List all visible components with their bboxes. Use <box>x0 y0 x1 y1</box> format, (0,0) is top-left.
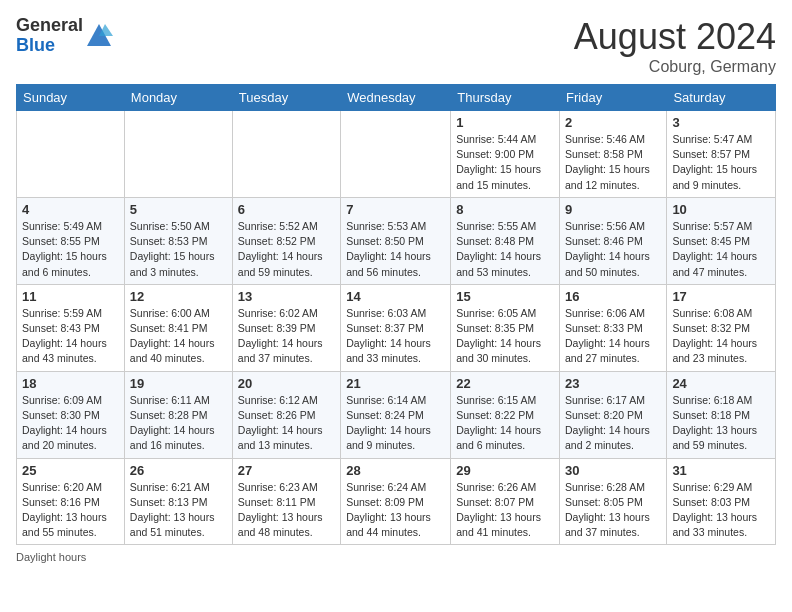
day-detail: Sunrise: 5:59 AM Sunset: 8:43 PM Dayligh… <box>22 306 119 367</box>
calendar-cell: 22Sunrise: 6:15 AM Sunset: 8:22 PM Dayli… <box>451 371 560 458</box>
calendar-cell: 31Sunrise: 6:29 AM Sunset: 8:03 PM Dayli… <box>667 458 776 545</box>
day-number: 10 <box>672 202 770 217</box>
calendar-cell: 29Sunrise: 6:26 AM Sunset: 8:07 PM Dayli… <box>451 458 560 545</box>
calendar-cell: 4Sunrise: 5:49 AM Sunset: 8:55 PM Daylig… <box>17 197 125 284</box>
day-number: 3 <box>672 115 770 130</box>
calendar-week-row: 4Sunrise: 5:49 AM Sunset: 8:55 PM Daylig… <box>17 197 776 284</box>
calendar-cell: 2Sunrise: 5:46 AM Sunset: 8:58 PM Daylig… <box>560 111 667 198</box>
day-detail: Sunrise: 5:57 AM Sunset: 8:45 PM Dayligh… <box>672 219 770 280</box>
calendar-table: SundayMondayTuesdayWednesdayThursdayFrid… <box>16 84 776 545</box>
calendar-cell <box>232 111 340 198</box>
calendar-header-row: SundayMondayTuesdayWednesdayThursdayFrid… <box>17 85 776 111</box>
calendar-cell: 11Sunrise: 5:59 AM Sunset: 8:43 PM Dayli… <box>17 284 125 371</box>
calendar-cell: 19Sunrise: 6:11 AM Sunset: 8:28 PM Dayli… <box>124 371 232 458</box>
day-number: 22 <box>456 376 554 391</box>
day-number: 23 <box>565 376 661 391</box>
day-number: 27 <box>238 463 335 478</box>
footer-note: Daylight hours <box>16 551 776 563</box>
day-number: 17 <box>672 289 770 304</box>
calendar-cell: 17Sunrise: 6:08 AM Sunset: 8:32 PM Dayli… <box>667 284 776 371</box>
day-detail: Sunrise: 6:12 AM Sunset: 8:26 PM Dayligh… <box>238 393 335 454</box>
calendar-cell: 21Sunrise: 6:14 AM Sunset: 8:24 PM Dayli… <box>341 371 451 458</box>
calendar-week-row: 11Sunrise: 5:59 AM Sunset: 8:43 PM Dayli… <box>17 284 776 371</box>
day-number: 19 <box>130 376 227 391</box>
logo-blue: Blue <box>16 35 55 55</box>
day-number: 25 <box>22 463 119 478</box>
calendar-cell: 16Sunrise: 6:06 AM Sunset: 8:33 PM Dayli… <box>560 284 667 371</box>
day-detail: Sunrise: 5:49 AM Sunset: 8:55 PM Dayligh… <box>22 219 119 280</box>
calendar-week-row: 25Sunrise: 6:20 AM Sunset: 8:16 PM Dayli… <box>17 458 776 545</box>
day-number: 5 <box>130 202 227 217</box>
day-detail: Sunrise: 6:23 AM Sunset: 8:11 PM Dayligh… <box>238 480 335 541</box>
calendar-cell: 15Sunrise: 6:05 AM Sunset: 8:35 PM Dayli… <box>451 284 560 371</box>
day-detail: Sunrise: 6:08 AM Sunset: 8:32 PM Dayligh… <box>672 306 770 367</box>
day-detail: Sunrise: 5:53 AM Sunset: 8:50 PM Dayligh… <box>346 219 445 280</box>
day-detail: Sunrise: 5:55 AM Sunset: 8:48 PM Dayligh… <box>456 219 554 280</box>
day-detail: Sunrise: 6:20 AM Sunset: 8:16 PM Dayligh… <box>22 480 119 541</box>
calendar-cell: 1Sunrise: 5:44 AM Sunset: 9:00 PM Daylig… <box>451 111 560 198</box>
day-detail: Sunrise: 6:05 AM Sunset: 8:35 PM Dayligh… <box>456 306 554 367</box>
day-detail: Sunrise: 5:52 AM Sunset: 8:52 PM Dayligh… <box>238 219 335 280</box>
calendar-cell: 10Sunrise: 5:57 AM Sunset: 8:45 PM Dayli… <box>667 197 776 284</box>
day-detail: Sunrise: 5:46 AM Sunset: 8:58 PM Dayligh… <box>565 132 661 193</box>
day-of-week-header: Sunday <box>17 85 125 111</box>
calendar-cell: 8Sunrise: 5:55 AM Sunset: 8:48 PM Daylig… <box>451 197 560 284</box>
day-detail: Sunrise: 6:15 AM Sunset: 8:22 PM Dayligh… <box>456 393 554 454</box>
day-of-week-header: Tuesday <box>232 85 340 111</box>
month-title: August 2024 <box>574 16 776 58</box>
day-detail: Sunrise: 6:02 AM Sunset: 8:39 PM Dayligh… <box>238 306 335 367</box>
day-number: 21 <box>346 376 445 391</box>
day-number: 1 <box>456 115 554 130</box>
location-subtitle: Coburg, Germany <box>574 58 776 76</box>
title-block: August 2024 Coburg, Germany <box>574 16 776 76</box>
day-of-week-header: Saturday <box>667 85 776 111</box>
calendar-cell: 28Sunrise: 6:24 AM Sunset: 8:09 PM Dayli… <box>341 458 451 545</box>
day-detail: Sunrise: 6:26 AM Sunset: 8:07 PM Dayligh… <box>456 480 554 541</box>
calendar-cell: 3Sunrise: 5:47 AM Sunset: 8:57 PM Daylig… <box>667 111 776 198</box>
logo-general: General <box>16 15 83 35</box>
day-detail: Sunrise: 5:44 AM Sunset: 9:00 PM Dayligh… <box>456 132 554 193</box>
day-of-week-header: Friday <box>560 85 667 111</box>
day-of-week-header: Monday <box>124 85 232 111</box>
calendar-cell: 5Sunrise: 5:50 AM Sunset: 8:53 PM Daylig… <box>124 197 232 284</box>
day-detail: Sunrise: 6:11 AM Sunset: 8:28 PM Dayligh… <box>130 393 227 454</box>
day-number: 14 <box>346 289 445 304</box>
day-number: 26 <box>130 463 227 478</box>
day-number: 16 <box>565 289 661 304</box>
logo: General Blue <box>16 16 113 56</box>
day-number: 8 <box>456 202 554 217</box>
day-detail: Sunrise: 5:47 AM Sunset: 8:57 PM Dayligh… <box>672 132 770 193</box>
calendar-cell: 9Sunrise: 5:56 AM Sunset: 8:46 PM Daylig… <box>560 197 667 284</box>
day-number: 20 <box>238 376 335 391</box>
day-number: 4 <box>22 202 119 217</box>
calendar-cell: 7Sunrise: 5:53 AM Sunset: 8:50 PM Daylig… <box>341 197 451 284</box>
calendar-cell: 30Sunrise: 6:28 AM Sunset: 8:05 PM Dayli… <box>560 458 667 545</box>
day-detail: Sunrise: 6:06 AM Sunset: 8:33 PM Dayligh… <box>565 306 661 367</box>
day-number: 7 <box>346 202 445 217</box>
day-number: 18 <box>22 376 119 391</box>
day-number: 30 <box>565 463 661 478</box>
day-of-week-header: Wednesday <box>341 85 451 111</box>
day-number: 2 <box>565 115 661 130</box>
day-number: 15 <box>456 289 554 304</box>
calendar-cell: 12Sunrise: 6:00 AM Sunset: 8:41 PM Dayli… <box>124 284 232 371</box>
day-detail: Sunrise: 6:14 AM Sunset: 8:24 PM Dayligh… <box>346 393 445 454</box>
day-detail: Sunrise: 6:17 AM Sunset: 8:20 PM Dayligh… <box>565 393 661 454</box>
day-number: 31 <box>672 463 770 478</box>
day-detail: Sunrise: 6:00 AM Sunset: 8:41 PM Dayligh… <box>130 306 227 367</box>
day-detail: Sunrise: 6:18 AM Sunset: 8:18 PM Dayligh… <box>672 393 770 454</box>
calendar-cell <box>341 111 451 198</box>
day-number: 13 <box>238 289 335 304</box>
day-number: 11 <box>22 289 119 304</box>
calendar-cell: 25Sunrise: 6:20 AM Sunset: 8:16 PM Dayli… <box>17 458 125 545</box>
calendar-week-row: 18Sunrise: 6:09 AM Sunset: 8:30 PM Dayli… <box>17 371 776 458</box>
calendar-cell: 20Sunrise: 6:12 AM Sunset: 8:26 PM Dayli… <box>232 371 340 458</box>
day-number: 24 <box>672 376 770 391</box>
calendar-cell: 26Sunrise: 6:21 AM Sunset: 8:13 PM Dayli… <box>124 458 232 545</box>
logo-icon <box>85 22 113 50</box>
day-detail: Sunrise: 6:09 AM Sunset: 8:30 PM Dayligh… <box>22 393 119 454</box>
day-number: 28 <box>346 463 445 478</box>
day-detail: Sunrise: 6:29 AM Sunset: 8:03 PM Dayligh… <box>672 480 770 541</box>
calendar-week-row: 1Sunrise: 5:44 AM Sunset: 9:00 PM Daylig… <box>17 111 776 198</box>
calendar-cell: 14Sunrise: 6:03 AM Sunset: 8:37 PM Dayli… <box>341 284 451 371</box>
